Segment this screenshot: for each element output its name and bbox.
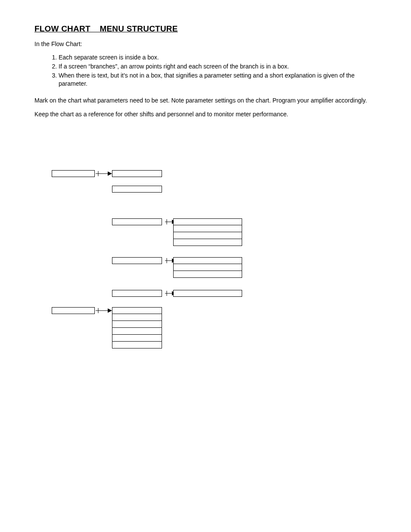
paragraph: Mark on the chart what parameters need t… [34,96,377,105]
rule-item: If a screen “branches”, an arrow points … [59,62,377,71]
flow-box [52,170,95,177]
flow-box [112,314,162,321]
flow-box [173,225,242,232]
paragraph: Keep the chart as a reference for other … [34,110,377,118]
flow-box [112,186,162,193]
flow-box [112,218,162,225]
flow-box [173,232,242,239]
flow-box [112,342,162,348]
flow-box [173,239,242,246]
rule-item: When there is text, but it’s not in a bo… [59,72,377,88]
flow-box [173,290,242,297]
flow-box [112,257,162,264]
flow-chart-diagram [34,170,377,403]
intro-text: In the Flow Chart: [34,40,377,47]
flow-box [173,257,242,264]
flow-box [173,271,242,278]
flow-box [173,264,242,271]
arrow-right-icon [95,170,112,177]
flow-box [52,307,95,314]
flow-box [112,170,162,177]
rules-list: Each separate screen is inside a box. If… [34,53,377,88]
flow-box [112,290,162,297]
rule-item: Each separate screen is inside a box. [59,53,377,62]
svg-marker-14 [108,308,112,313]
flow-box [112,307,162,314]
flow-box [112,321,162,328]
arrow-right-icon [95,307,112,314]
flow-box [112,335,162,342]
svg-marker-2 [108,171,112,176]
document-page: FLOW CHART _ MENU STRUCTURE In the Flow … [0,0,411,403]
flow-box [112,328,162,335]
flow-box [173,218,242,225]
page-title: FLOW CHART _ MENU STRUCTURE [34,24,377,34]
